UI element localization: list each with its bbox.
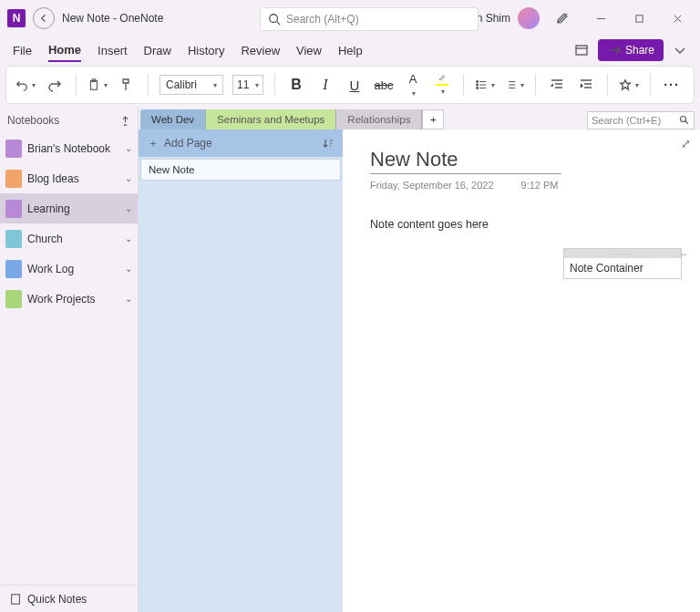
container-body[interactable]: Note Container — [564, 258, 681, 278]
quick-notes-button[interactable]: Quick Notes — [0, 585, 138, 612]
notebook-item-worklog[interactable]: Work Log⌄ — [0, 254, 138, 284]
svg-point-9 — [681, 117, 686, 122]
font-size-select[interactable]: 11 — [232, 75, 263, 95]
user-avatar[interactable] — [518, 7, 540, 29]
minimize-button[interactable] — [585, 5, 616, 31]
sort-icon[interactable] — [323, 138, 334, 149]
svg-rect-1 — [635, 15, 642, 21]
menu-insert[interactable]: Insert — [98, 40, 128, 61]
font-name-select[interactable]: Calibri — [160, 75, 223, 95]
notebooks-panel: Notebooks Brian's Notebook⌄ Blog Ideas⌄ … — [0, 108, 139, 612]
outdent-button[interactable] — [547, 74, 567, 96]
notebook-item-blog[interactable]: Blog Ideas⌄ — [0, 163, 138, 193]
undo-button[interactable] — [15, 74, 36, 96]
share-button[interactable]: Share — [598, 39, 664, 61]
highlight-button[interactable] — [432, 74, 452, 96]
menu-draw[interactable]: Draw — [144, 40, 171, 61]
notebook-item-church[interactable]: Church⌄ — [0, 223, 138, 254]
paste-button[interactable] — [88, 74, 108, 96]
collapse-ribbon-icon[interactable] — [673, 43, 687, 57]
tab-seminars[interactable]: Seminars and Meetups — [206, 109, 336, 130]
bullet-list-button[interactable] — [475, 74, 495, 96]
svg-rect-2 — [576, 46, 587, 55]
menu-view[interactable]: View — [296, 40, 322, 61]
menu-help[interactable]: Help — [338, 40, 363, 61]
svg-point-0 — [270, 15, 278, 23]
strikethrough-button[interactable]: abc — [374, 74, 394, 96]
search-pages-input[interactable]: Search (Ctrl+E) — [587, 111, 695, 130]
note-canvas[interactable]: ⤢ New Note Friday, September 16, 2022 9:… — [343, 130, 700, 612]
page-icon — [9, 593, 22, 606]
menu-review[interactable]: Review — [241, 40, 280, 61]
italic-button[interactable]: I — [315, 74, 335, 96]
menu-history[interactable]: History — [188, 40, 224, 61]
note-date: Friday, September 16, 2022 — [370, 180, 494, 191]
pen-mode-button[interactable] — [547, 5, 578, 31]
pin-icon[interactable] — [120, 116, 130, 126]
maximize-button[interactable] — [623, 5, 654, 31]
section-tabs: Web Dev Seminars and Meetups Relationshi… — [139, 108, 700, 130]
global-search-input[interactable]: Search (Alt+Q) — [260, 7, 479, 31]
page-item[interactable]: New Note — [140, 159, 341, 181]
notebook-item-workprojects[interactable]: Work Projects⌄ — [0, 284, 138, 314]
close-button[interactable] — [662, 5, 693, 31]
more-commands-button[interactable]: ··· — [662, 74, 682, 96]
number-list-button[interactable] — [504, 74, 524, 96]
svg-point-5 — [477, 81, 479, 83]
note-title-input[interactable]: New Note — [370, 148, 561, 174]
menu-home[interactable]: Home — [48, 39, 81, 62]
search-icon — [268, 13, 281, 26]
tab-relationships[interactable]: Relationships — [336, 109, 422, 130]
svg-point-6 — [477, 84, 479, 86]
svg-point-7 — [477, 88, 479, 89]
font-color-button[interactable]: A — [403, 74, 423, 96]
note-time: 9:12 PM — [521, 180, 559, 191]
note-container[interactable]: ······ Note Container — [563, 248, 682, 279]
notebook-item-learning[interactable]: Learning⌄ — [0, 193, 138, 223]
add-page-button[interactable]: ＋ Add Page — [139, 130, 343, 157]
back-button[interactable] — [33, 7, 55, 29]
notebooks-header: Notebooks — [7, 114, 59, 127]
container-grip[interactable]: ······ — [564, 249, 681, 258]
redo-button[interactable] — [45, 74, 65, 96]
plus-icon: ＋ — [148, 136, 159, 151]
tab-add[interactable]: + — [422, 109, 444, 130]
svg-rect-8 — [12, 594, 20, 604]
pages-panel: ＋ Add Page New Note — [139, 130, 343, 612]
window-title: New Note - OneNote — [62, 12, 163, 25]
expand-icon[interactable]: ⤢ — [681, 137, 691, 150]
ribbon-toolbar: Calibri 11 B I U abc A ··· — [5, 66, 695, 104]
tag-button[interactable] — [619, 74, 639, 96]
notebook-item-brians[interactable]: Brian's Notebook⌄ — [0, 133, 138, 163]
fullpage-icon[interactable] — [574, 43, 589, 57]
search-icon — [679, 115, 690, 126]
format-painter-button[interactable] — [117, 74, 137, 96]
indent-button[interactable] — [576, 74, 596, 96]
note-body[interactable]: Note content goes here — [370, 218, 673, 231]
menu-file[interactable]: File — [13, 40, 32, 61]
underline-button[interactable]: U — [345, 74, 365, 96]
app-icon: N — [7, 9, 26, 27]
bold-button[interactable]: B — [286, 74, 306, 96]
search-placeholder: Search (Alt+Q) — [286, 13, 359, 26]
tab-webdev[interactable]: Web Dev — [140, 109, 206, 130]
